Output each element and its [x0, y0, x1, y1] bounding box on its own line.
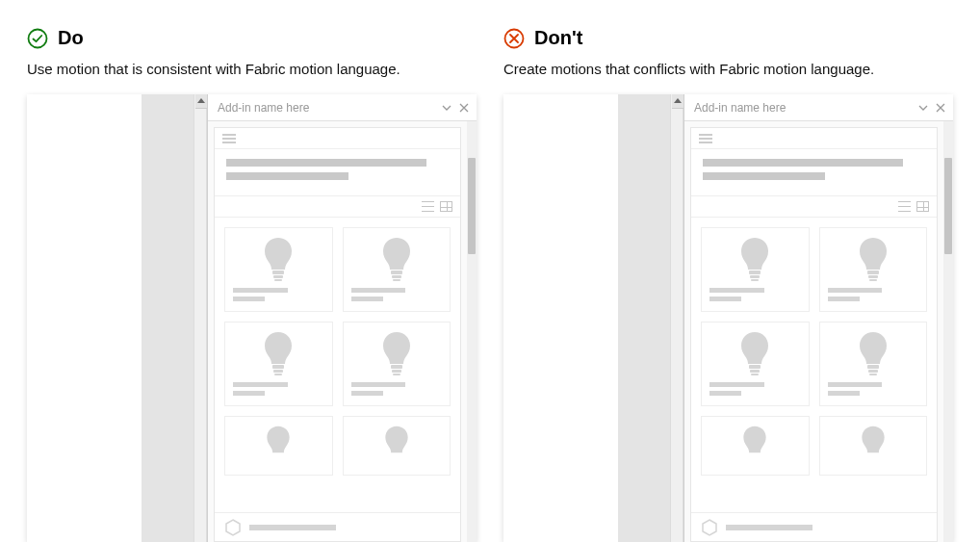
pane-scrollbar[interactable]	[467, 121, 477, 542]
placeholder-line	[709, 391, 741, 396]
placeholder-line	[351, 288, 406, 293]
document-area	[27, 94, 142, 542]
cross-circle-icon	[503, 28, 525, 49]
list-view-icon[interactable]	[898, 201, 911, 212]
svg-rect-9	[274, 374, 282, 375]
lightbulb-icon	[854, 425, 892, 463]
svg-rect-20	[869, 279, 877, 281]
list-view-icon[interactable]	[422, 201, 434, 212]
document-gap	[142, 94, 207, 542]
addin-pane: Add-in name here	[207, 94, 477, 542]
do-description: Use motion that is consistent with Fabri…	[27, 59, 477, 79]
svg-rect-6	[393, 279, 400, 281]
scroll-up-arrow-icon	[197, 98, 205, 103]
grid-view-icon[interactable]	[440, 201, 452, 212]
dont-title: Don't	[534, 27, 582, 49]
placeholder-line	[828, 382, 883, 387]
svg-rect-22	[750, 370, 760, 373]
svg-rect-2	[273, 275, 283, 278]
document-scrollbar[interactable]	[670, 94, 683, 542]
chevron-down-icon[interactable]	[440, 101, 453, 115]
addin-titlebar: Add-in name here	[208, 94, 477, 121]
svg-marker-13	[226, 520, 240, 535]
svg-marker-27	[703, 520, 716, 535]
card-footer	[215, 512, 460, 541]
scrollbar-thumb[interactable]	[944, 158, 952, 254]
lightbulb-icon	[377, 236, 416, 282]
close-icon[interactable]	[934, 101, 947, 115]
dont-header: Don't	[503, 27, 953, 49]
document-area	[503, 94, 618, 542]
svg-rect-5	[392, 275, 401, 278]
product-card[interactable]	[224, 416, 333, 476]
svg-rect-25	[868, 370, 878, 373]
do-title: Do	[58, 27, 84, 49]
hamburger-icon[interactable]	[222, 134, 236, 143]
placeholder-line	[828, 288, 883, 293]
product-card[interactable]	[819, 416, 928, 476]
do-mockup: Add-in name here	[27, 94, 477, 542]
product-card[interactable]	[819, 322, 928, 406]
grid-view-icon[interactable]	[916, 201, 929, 212]
product-card[interactable]	[343, 416, 451, 476]
placeholder-line	[709, 382, 764, 387]
scrollbar-thumb[interactable]	[468, 158, 476, 254]
view-toggle-bar	[215, 196, 460, 218]
placeholder-line	[226, 159, 426, 167]
product-grid	[691, 218, 937, 512]
addin-title: Add-in name here	[218, 101, 436, 115]
placeholder-line	[233, 382, 288, 387]
product-card[interactable]	[701, 416, 810, 476]
product-card[interactable]	[224, 227, 333, 312]
card-toolbar	[691, 128, 937, 149]
addin-titlebar: Add-in name here	[684, 94, 953, 121]
lightbulb-icon	[377, 425, 416, 463]
svg-rect-8	[273, 370, 283, 373]
svg-rect-4	[391, 271, 402, 274]
svg-rect-19	[868, 275, 878, 278]
svg-rect-3	[274, 279, 282, 281]
lightbulb-icon	[377, 330, 416, 376]
dont-mockup: Add-in name here	[503, 94, 953, 542]
do-column: Do Use motion that is consistent with Fa…	[27, 27, 477, 542]
svg-rect-1	[272, 271, 284, 274]
placeholder-line	[226, 172, 348, 180]
dont-description: Create motions that conflicts with Fabri…	[503, 59, 953, 79]
product-card[interactable]	[819, 227, 928, 312]
svg-rect-12	[393, 374, 400, 375]
placeholder-line	[703, 172, 825, 180]
svg-rect-21	[749, 365, 761, 369]
card-header	[215, 149, 460, 196]
card-footer	[691, 512, 937, 541]
do-header: Do	[27, 27, 477, 49]
placeholder-line	[703, 159, 903, 167]
product-card[interactable]	[343, 227, 451, 312]
hexagon-icon	[701, 519, 718, 536]
hamburger-icon[interactable]	[699, 134, 712, 143]
lightbulb-icon	[259, 425, 297, 463]
product-card[interactable]	[701, 322, 810, 406]
svg-rect-26	[869, 374, 877, 375]
placeholder-line	[726, 525, 812, 530]
view-toggle-bar	[691, 196, 937, 218]
product-card[interactable]	[224, 322, 333, 406]
addin-body	[208, 121, 477, 542]
check-circle-icon	[27, 28, 48, 49]
svg-rect-23	[751, 374, 759, 375]
svg-rect-24	[867, 365, 879, 369]
pane-scrollbar[interactable]	[943, 121, 953, 542]
addin-content-card	[214, 127, 461, 542]
close-icon[interactable]	[457, 101, 471, 115]
svg-rect-15	[749, 271, 761, 274]
placeholder-line	[233, 391, 265, 396]
scroll-up-arrow-icon	[674, 98, 682, 103]
lightbulb-icon	[259, 330, 297, 376]
dont-column: Don't Create motions that conflicts with…	[503, 27, 953, 542]
placeholder-line	[249, 525, 336, 530]
svg-point-0	[29, 29, 47, 47]
product-card[interactable]	[343, 322, 451, 406]
product-card[interactable]	[701, 227, 810, 312]
document-scrollbar[interactable]	[193, 94, 207, 542]
placeholder-line	[709, 288, 764, 293]
chevron-down-icon[interactable]	[916, 101, 930, 115]
